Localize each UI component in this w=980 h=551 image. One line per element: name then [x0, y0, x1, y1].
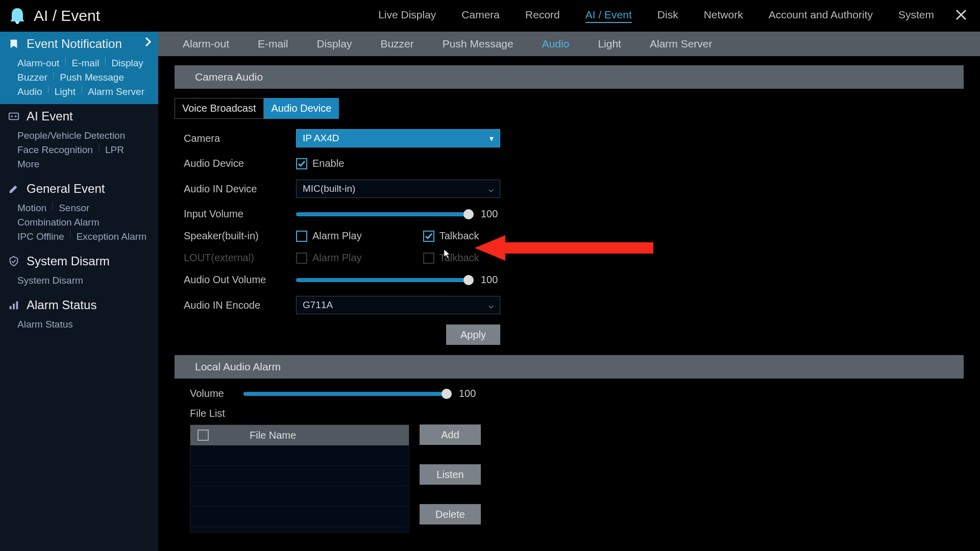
subtab-push-message[interactable]: Push Message	[443, 38, 513, 50]
svg-rect-5	[16, 302, 18, 310]
sidebar-item-more[interactable]: More	[17, 157, 39, 171]
chevron-right-icon	[144, 36, 152, 51]
audio-in-device-value: MIC(built-in)	[303, 183, 355, 194]
audio-out-volume-slider[interactable]	[296, 278, 470, 282]
chevron-down-icon: ▾	[489, 134, 494, 143]
sidebar-item-email[interactable]: E-mail	[72, 56, 100, 70]
nav-system[interactable]: System	[898, 9, 934, 23]
close-icon[interactable]	[953, 7, 969, 22]
slider-thumb[interactable]	[463, 209, 474, 219]
sidebar-item-push-message[interactable]: Push Message	[60, 70, 124, 85]
nav-account[interactable]: Account and Authority	[769, 9, 873, 23]
ai-icon	[8, 111, 19, 122]
tab-audio-device[interactable]: Audio Device	[264, 98, 339, 119]
sidebar-group-general-event[interactable]: General Event Motion| Sensor Combination…	[0, 177, 158, 249]
sidebar-item-alarm-status[interactable]: Alarm Status	[17, 317, 73, 332]
sidebar-group-event-notification[interactable]: Event Notification Alarm-out| E-mail| Di…	[0, 32, 158, 104]
select-all-checkbox[interactable]	[198, 430, 209, 441]
pencil-icon	[8, 183, 19, 194]
section-camera-audio-header: Camera Audio	[175, 65, 964, 89]
slider-thumb[interactable]	[442, 389, 452, 399]
annotation-arrow	[475, 232, 653, 265]
svg-point-2	[15, 115, 17, 117]
subtab-light[interactable]: Light	[598, 38, 621, 50]
svg-rect-4	[13, 304, 15, 309]
nav-record[interactable]: Record	[525, 9, 560, 23]
speaker-talkback-checkbox[interactable]	[423, 231, 434, 242]
file-name-header: File Name	[250, 430, 296, 441]
audio-encode-select[interactable]: G711A ⌵	[296, 296, 500, 314]
top-header: AI / Event Live Display Camera Record AI…	[0, 0, 980, 32]
sidebar-item-people-vehicle[interactable]: People/Vehicle Detection	[17, 129, 125, 143]
audio-encode-value: G711A	[303, 299, 333, 311]
input-volume-value: 100	[481, 209, 498, 220]
sidebar-item-audio[interactable]: Audio	[17, 85, 42, 99]
cursor-icon	[444, 249, 451, 260]
volume-label: Volume	[190, 388, 243, 399]
audio-in-device-label: Audio IN Device	[184, 183, 296, 195]
sidebar-item-lpr[interactable]: LPR	[105, 143, 124, 157]
chevron-down-icon: ⌵	[488, 300, 494, 310]
nav-ai-event[interactable]: AI / Event	[585, 9, 632, 23]
sidebar-item-light[interactable]: Light	[55, 85, 76, 99]
chevron-down-icon: ⌵	[488, 184, 494, 194]
lout-alarm-play-checkbox	[296, 253, 307, 264]
svg-rect-6	[505, 242, 653, 254]
audio-device-label: Audio Device	[184, 158, 296, 169]
apply-button[interactable]: Apply	[446, 324, 500, 345]
file-list-table: File Name	[190, 424, 409, 533]
subtab-audio[interactable]: Audio	[542, 38, 570, 50]
subtab-email[interactable]: E-mail	[258, 38, 288, 50]
alarm-play-label: Alarm Play	[312, 230, 362, 242]
nav-network[interactable]: Network	[704, 9, 743, 23]
tab-voice-broadcast[interactable]: Voice Broadcast	[175, 98, 264, 119]
audio-out-volume-label: Audio Out Volume	[184, 274, 296, 286]
audio-in-device-select[interactable]: MIC(built-in) ⌵	[296, 180, 500, 198]
subtab-alarm-server[interactable]: Alarm Server	[650, 38, 713, 50]
speaker-alarm-play-checkbox[interactable]	[296, 231, 307, 242]
app-logo-icon	[8, 7, 27, 25]
sidebar-item-display[interactable]: Display	[112, 56, 143, 70]
sidebar-item-system-disarm[interactable]: System Disarm	[17, 273, 83, 288]
table-row	[190, 486, 409, 507]
speaker-label: Speaker(built-in)	[184, 230, 296, 242]
sidebar-header-label: General Event	[27, 182, 105, 196]
svg-point-1	[11, 115, 13, 117]
nav-live-display[interactable]: Live Display	[378, 9, 436, 23]
sidebar-item-ipc-offline[interactable]: IPC Offline	[17, 230, 64, 244]
svg-rect-3	[10, 306, 12, 309]
enable-checkbox[interactable]	[296, 158, 307, 169]
bookmark-icon	[8, 38, 19, 49]
table-row	[190, 445, 409, 466]
sidebar-item-alarm-out[interactable]: Alarm-out	[17, 56, 59, 70]
subtab-buzzer[interactable]: Buzzer	[380, 38, 413, 50]
sidebar-item-exception[interactable]: Exception Alarm	[77, 230, 146, 244]
add-button[interactable]: Add	[420, 424, 481, 445]
sidebar-header-label: AI Event	[27, 109, 73, 123]
sidebar-item-face-recognition[interactable]: Face Recognition	[17, 143, 93, 157]
sidebar-group-system-disarm[interactable]: System Disarm System Disarm	[0, 249, 158, 293]
listen-button[interactable]: Listen	[420, 464, 481, 485]
sidebar-group-alarm-status[interactable]: Alarm Status Alarm Status	[0, 293, 158, 337]
top-nav: Live Display Camera Record AI / Event Di…	[378, 9, 934, 23]
nav-disk[interactable]: Disk	[657, 9, 678, 23]
input-volume-slider[interactable]	[296, 212, 470, 216]
alarm-play-label: Alarm Play	[312, 252, 362, 264]
inner-tabs: Voice Broadcast Audio Device	[175, 98, 964, 119]
slider-thumb[interactable]	[463, 275, 474, 285]
sidebar-group-ai-event[interactable]: AI Event People/Vehicle Detection Face R…	[0, 104, 158, 177]
camera-select[interactable]: IP AX4D ▾	[296, 129, 500, 147]
sidebar-item-alarm-server[interactable]: Alarm Server	[88, 85, 144, 99]
nav-camera[interactable]: Camera	[461, 9, 500, 23]
sidebar-item-combination[interactable]: Combination Alarm	[17, 215, 100, 230]
local-volume-slider[interactable]	[243, 392, 448, 396]
subtab-alarm-out[interactable]: Alarm-out	[183, 38, 229, 50]
input-volume-label: Input Volume	[184, 208, 296, 220]
sidebar-item-motion[interactable]: Motion	[17, 201, 46, 215]
subtab-display[interactable]: Display	[317, 38, 352, 50]
delete-button[interactable]: Delete	[420, 504, 481, 524]
audio-encode-label: Audio IN Encode	[184, 299, 296, 311]
svg-rect-0	[9, 113, 18, 120]
sidebar-item-sensor[interactable]: Sensor	[59, 201, 89, 215]
sidebar-item-buzzer[interactable]: Buzzer	[17, 70, 47, 85]
